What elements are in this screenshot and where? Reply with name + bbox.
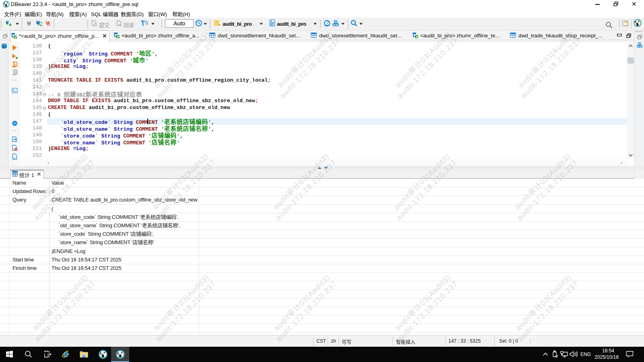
svg-text:(x): (x) (13, 156, 16, 159)
